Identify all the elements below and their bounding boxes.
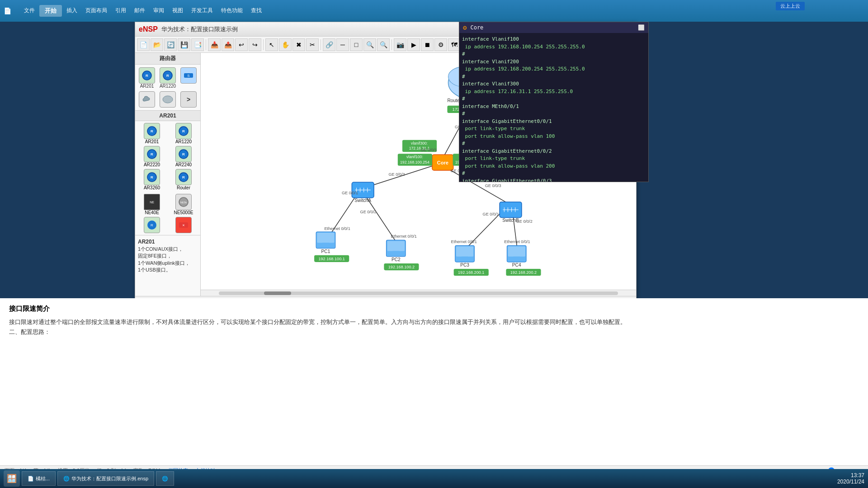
toolbar-new[interactable]: 📄: [137, 38, 150, 51]
toolbar-sep4: [392, 39, 392, 50]
sidebar-ar2220-item[interactable]: R AR2220: [137, 146, 167, 167]
toolbar-redo[interactable]: ↪: [249, 38, 261, 51]
vlanif100-line2: 192.168.100.254: [400, 160, 429, 164]
more-icon: >: [180, 91, 197, 108]
terminal-line-6: interface Vlanif300: [462, 80, 646, 88]
sidebar-more-item2[interactable]: ✕: [169, 217, 198, 233]
menu-insert[interactable]: 插入: [63, 5, 81, 17]
svg-text:R: R: [182, 175, 185, 179]
sidebar-ar3260-item[interactable]: R AR3260: [137, 169, 167, 190]
svg-text:NE5k: NE5k: [180, 201, 188, 204]
sidebar-router-grid: R AR201 R AR1220 S: [135, 65, 200, 110]
switch-icon: S: [180, 67, 197, 84]
toolbar-rect[interactable]: □: [350, 38, 363, 51]
terminal-title: Core: [470, 24, 483, 31]
toolbar-sep3: [321, 39, 321, 50]
terminal-line-10: #: [462, 110, 646, 118]
ar1220-item-label: AR1220: [175, 139, 192, 144]
svg-text:R: R: [151, 152, 153, 156]
ar2220-item-icon: R: [144, 146, 160, 162]
sidebar-item-more[interactable]: >: [179, 90, 198, 108]
ar2240-item-label: AR2240: [175, 162, 192, 167]
toolbar-zoom-out[interactable]: 🔍: [377, 38, 390, 51]
sidebar-item-ar201-icon[interactable]: R AR201: [137, 66, 157, 89]
svg-rect-48: [508, 246, 525, 256]
menu-mail[interactable]: 邮件: [131, 5, 149, 17]
ne5000e-icon: NE5k: [175, 194, 192, 210]
word-taskbar-btn[interactable]: 📄 橘桔...: [22, 471, 56, 486]
bottom-para1: 接口限速对通过整个端口的全部报文流量速率进行限制，不对具体流量进行区分，可以实现…: [9, 317, 859, 327]
toolbar-export[interactable]: 📤: [222, 38, 234, 51]
ar3260-item-label: AR3260: [144, 185, 160, 190]
ensp-taskbar-btn[interactable]: 🌐 华为技术：配置接口限速示例.ensp: [57, 471, 154, 486]
menu-view[interactable]: 视图: [169, 5, 187, 17]
svg-rect-50: [511, 258, 523, 260]
menu-review[interactable]: 审阅: [150, 5, 168, 17]
toolbar-cursor[interactable]: ↖: [265, 38, 278, 51]
sidebar-router-item[interactable]: R Router: [169, 169, 198, 190]
toolbar-saveas[interactable]: 📑: [191, 38, 204, 51]
chrome-taskbar-btn[interactable]: 🌐: [156, 471, 174, 486]
terminal-line-11: interface GigabitEthernet0/0/1: [462, 118, 646, 126]
sidebar-ar201-item[interactable]: R AR201: [137, 123, 167, 144]
toolbar-config[interactable]: ⚙: [434, 38, 447, 51]
toolbar-capture[interactable]: 📷: [394, 38, 406, 51]
toolbar-delete[interactable]: ✖: [292, 38, 305, 51]
ne40e-icon: NE: [144, 194, 160, 210]
scrollbar-thumb[interactable]: [264, 291, 291, 295]
toolbar-cut[interactable]: ✂: [306, 38, 319, 51]
ar201-grid2: NE NE40E NE5k NE5000E R: [135, 192, 200, 235]
terminal-line-19: interface GigabitEthernet0/0/3: [462, 178, 646, 182]
ar201-desc-title: AR201: [138, 239, 155, 245]
menu-find[interactable]: 查找: [247, 5, 265, 17]
toolbar-connect[interactable]: 🔗: [323, 38, 335, 51]
ar201-item-label: AR201: [145, 139, 159, 144]
menu-features[interactable]: 特色功能: [217, 5, 246, 17]
word-taskbar-icon: 📄: [28, 476, 34, 482]
menu-start[interactable]: 开始: [39, 5, 62, 17]
svg-rect-42: [387, 241, 405, 251]
start-button[interactable]: 🪟: [4, 470, 20, 487]
menu-file[interactable]: 文件: [20, 5, 38, 17]
toolbar-line[interactable]: ─: [336, 38, 349, 51]
ge003-core-label: GE 0/0/3: [389, 172, 405, 177]
menu-ref[interactable]: 引用: [112, 5, 130, 17]
terminal-content: interface Vlanif100 ip address 192.168.1…: [459, 33, 648, 182]
toolbar-import[interactable]: 📥: [208, 38, 221, 51]
toolbar-hand[interactable]: ✋: [279, 38, 292, 51]
menu-dev[interactable]: 开发工具: [188, 5, 217, 17]
sidebar-ar1220-item[interactable]: R AR1220: [169, 123, 198, 144]
svg-text:R: R: [182, 152, 185, 156]
toolbar-refresh[interactable]: 🔄: [164, 38, 177, 51]
sys-notification[interactable]: 云上上云: [776, 2, 805, 10]
ne5000e-label: NE5000E: [174, 210, 193, 215]
toolbar-save[interactable]: 💾: [178, 38, 190, 51]
menu-layout[interactable]: 页面布局: [82, 5, 111, 17]
ar201-desc-line2: 固定8FE接口，: [138, 253, 172, 258]
ar201-item-icon: R: [144, 123, 160, 139]
ne40e-label: NE40E: [145, 210, 159, 215]
sidebar-item-ar1220-icon[interactable]: R AR1220: [158, 66, 178, 89]
svg-text:R: R: [166, 74, 169, 78]
canvas-scrollbar-h[interactable]: [201, 290, 636, 296]
toolbar-undo[interactable]: ↩: [235, 38, 248, 51]
router-item-label: Router: [177, 185, 190, 190]
sidebar-ar201-label: AR201: [140, 84, 154, 89]
toolbar-stop[interactable]: ⏹: [421, 38, 434, 51]
terminal-expand-icon[interactable]: ⬜: [638, 24, 645, 31]
sidebar-more-item1[interactable]: R: [137, 217, 167, 233]
toolbar-zoom-in[interactable]: 🔍: [363, 38, 376, 51]
terminal-line-8: #: [462, 95, 646, 103]
terminal-line-4: ip address 192.168.200.254 255.255.255.0: [462, 66, 646, 73]
sidebar-ar2240-item[interactable]: R AR2240: [169, 146, 198, 167]
sidebar-item-switch-icon[interactable]: S: [179, 66, 198, 89]
toolbar-open[interactable]: 📂: [151, 38, 163, 51]
sidebar-ne40e-item[interactable]: NE NE40E: [137, 194, 167, 215]
sidebar-ne5000e-item[interactable]: NE5k NE5000E: [169, 194, 198, 215]
svg-rect-49: [514, 257, 520, 258]
pc2-ip-label: 192.168.100.2: [388, 265, 415, 269]
toolbar-play[interactable]: ▶: [407, 38, 420, 51]
ar3260-item-icon: R: [144, 169, 160, 185]
sidebar-item-cloud2-icon[interactable]: [158, 90, 178, 108]
sidebar-item-cloud-icon[interactable]: [137, 90, 157, 108]
